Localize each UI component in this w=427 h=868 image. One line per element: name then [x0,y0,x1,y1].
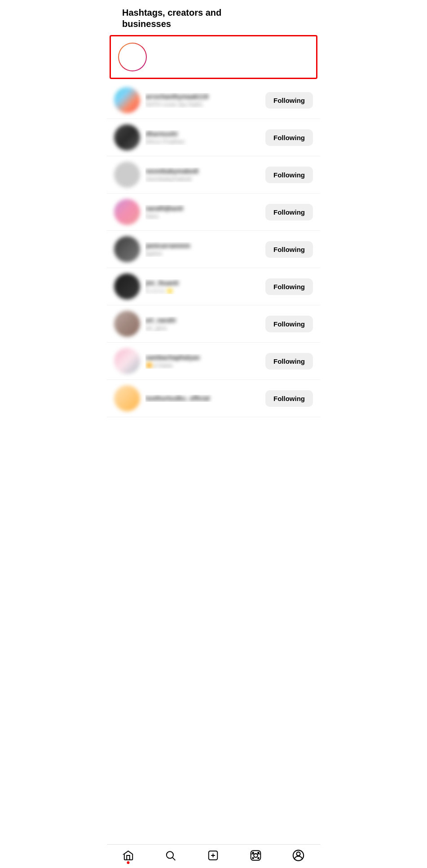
avatar [114,236,140,262]
avatar [114,348,140,374]
display-name: 🌼 ji hawa [145,362,261,369]
user-info: neombabymakedineombabymakedi [145,167,261,182]
avatar [114,162,140,188]
username: art_narahi [145,317,261,324]
display-name: jayline [145,250,261,257]
header: Hashtags, creators andbusinesses [107,0,320,35]
display-name: neombabymakedi [145,176,261,182]
user-info: jamicarrammmjayline [145,242,261,257]
list-item: jamicarrammmjaylineFollowing [107,231,320,268]
username: narathijhanti [145,205,261,212]
avatar [114,199,140,225]
username: jini_ihuanti [145,279,261,286]
hashtag-row[interactable] [110,35,317,79]
list-item: sambachaphalyan🌼 ji hawaFollowing [107,343,320,380]
username: jamicarrammm [145,242,261,249]
list-item: neombabymakedineombabymakediFollowing [107,156,320,194]
username: sambachaphalyan [145,354,261,361]
user-info: narathijhantiNara [145,205,261,220]
following-button[interactable]: Following [265,167,313,183]
list-item: toothurluulku_officialFollowing [107,380,320,417]
username: neombabymakedi [145,167,261,175]
user-list: arrochanthymaak119NATH cover (by Nath)Fo… [107,82,320,417]
list-item: narathijhantiNaraFollowing [107,194,320,231]
following-button[interactable]: Following [265,353,313,370]
user-info: art_narahiart_gina [145,317,261,331]
avatar [114,273,140,300]
list-item: jini_ihuantih.i.n.t.s 🌟Following [107,268,320,305]
list-item: arrochanthymaak119NATH cover (by Nath)Fo… [107,82,320,119]
user-info: dharmushiDhruv Pradhan [145,130,261,145]
display-name: art_gina [145,325,261,331]
following-button[interactable]: Following [265,241,313,258]
username: arrochanthymaak119 [145,93,261,100]
avatar [114,87,140,113]
avatar [114,385,140,411]
display-name: h.i.n.t.s 🌟 [145,287,261,294]
following-button[interactable]: Following [265,129,313,146]
user-info: arrochanthymaak119NATH cover (by Nath) [145,93,261,108]
user-info: jini_ihuantih.i.n.t.s 🌟 [145,279,261,294]
following-button[interactable]: Following [265,278,313,295]
avatar [114,311,140,337]
user-info: toothurluulku_official [145,395,261,402]
page-title: Hashtags, creators andbusinesses [122,7,221,30]
avatar [114,124,140,150]
following-button[interactable]: Following [265,390,313,407]
user-info: sambachaphalyan🌼 ji hawa [145,354,261,369]
username: toothurluulku_official [145,395,261,402]
following-button[interactable]: Following [265,92,313,109]
hashtag-avatar [118,43,147,71]
display-name: Nara [145,213,261,220]
list-item: art_narahiart_ginaFollowing [107,305,320,343]
username: dharmushi [145,130,261,137]
list-item: dharmushiDhruv PradhanFollowing [107,119,320,156]
following-button[interactable]: Following [265,316,313,332]
display-name: NATH cover (by Nath) [145,101,261,108]
display-name: Dhruv Pradhan [145,138,261,145]
following-button[interactable]: Following [265,204,313,220]
